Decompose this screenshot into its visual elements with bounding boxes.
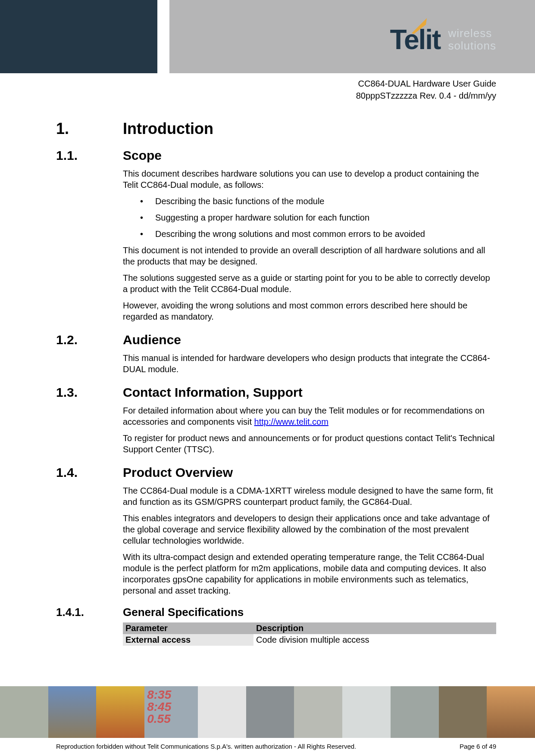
footer-thumb [48,686,97,738]
section-title: Contact Information, Support [123,385,303,400]
section-title: Audience [123,333,181,347]
para: However, avoiding the wrong solutions an… [123,300,496,322]
section-title: Introduction [123,120,213,138]
doc-title-block: CC864-DUAL Hardware User Guide 80pppSTzz… [0,73,535,102]
section-num: 1.1. [56,148,123,163]
para: This document describes hardware solutio… [123,168,496,190]
para: The CC864-Dual module is a CDMA-1XRTT wi… [123,485,496,507]
para: For detailed information about where you… [123,405,496,427]
table-header-row: Parameter Description [123,622,496,634]
th-description: Description [253,622,496,634]
section-title: Scope [123,148,162,163]
heading-1: 1. Introduction [56,120,496,138]
para: The solutions suggested serve as a guide… [123,272,496,295]
list-item: Describing the wrong solutions and most … [140,228,496,240]
section-num: 1.3. [56,385,123,400]
spec-body: Parameter Description External access Co… [123,622,496,646]
td-param: External access [123,634,253,646]
para: To register for product news and announc… [123,432,496,455]
page-number: Page 6 of 49 [460,743,496,750]
contact-body: For detailed information about where you… [123,405,496,455]
th-parameter: Parameter [123,622,253,634]
page-content: 1. Introduction 1.1. Scope This document… [0,102,535,646]
doc-rev: 80pppSTzzzzza Rev. 0.4 - dd/mm/yy [0,90,496,102]
footer-thumb [294,686,342,738]
para: This document is not intended to provide… [123,245,496,267]
svg-marker-0 [412,18,427,34]
section-title: Product Overview [123,465,233,480]
bullet-text: Suggesting a proper hardware solution fo… [155,212,369,223]
footer-thumb [246,686,294,738]
heading-1-3: 1.3. Contact Information, Support [56,385,496,400]
section-title: General Specifications [123,606,244,619]
logo-text: Telit [390,24,441,56]
table-row: External access Code division multiple a… [123,634,496,646]
banner-dark-block [0,0,157,73]
footer-thumb [198,686,246,738]
overview-body: The CC864-Dual module is a CDMA-1XRTT wi… [123,485,496,596]
bullet-text: Describing the basic functions of the mo… [155,196,324,207]
banner-light-block: Telit wireless solutions [157,0,535,73]
footer-image-strip: 8:35 8:45 0.55 [0,686,535,738]
footer-thumb [342,686,391,738]
footer-thumb-clock: 8:35 8:45 0.55 [144,686,198,738]
footer-thumb [391,686,439,738]
td-desc: Code division multiple access [253,634,496,646]
audience-body: This manual is intended for hardware dev… [123,352,496,375]
telit-link[interactable]: http://www.telit.com [254,417,329,426]
section-num: 1. [56,120,123,138]
list-item: Suggesting a proper hardware solution fo… [140,212,496,223]
top-banner: Telit wireless solutions [0,0,535,73]
para: This manual is intended for hardware dev… [123,352,496,375]
bullet-text: Describing the wrong solutions and most … [155,228,425,240]
footer-thumb [439,686,487,738]
section-num: 1.4. [56,465,123,480]
footer-thumb [487,686,535,738]
section-num: 1.4.1. [56,606,123,619]
spec-table: Parameter Description External access Co… [123,622,496,646]
footer-thumb [0,686,48,738]
list-item: Describing the basic functions of the mo… [140,196,496,207]
heading-1-4-1: 1.4.1. General Specifications [56,606,496,619]
logo-subtitle: wireless solutions [448,27,496,52]
footer-text-row: Reproduction forbidden without Telit Com… [0,743,535,750]
footer-thumb [96,686,144,738]
bullet-list: Describing the basic functions of the mo… [140,196,496,240]
copyright-text: Reproduction forbidden without Telit Com… [56,743,356,750]
heading-1-4: 1.4. Product Overview [56,465,496,480]
scope-body: This document describes hardware solutio… [123,168,496,322]
logo-sub-line1: wireless [448,27,496,40]
section-num: 1.2. [56,333,123,347]
heading-1-1: 1.1. Scope [56,148,496,163]
doc-title: CC864-DUAL Hardware User Guide [0,78,496,90]
logo-area: Telit wireless solutions [390,24,496,56]
heading-1-2: 1.2. Audience [56,333,496,347]
para: This enables integrators and developers … [123,513,496,546]
logo-sub-line2: solutions [448,40,496,52]
logo-accent-icon [410,16,429,35]
para: With its ultra-compact design and extend… [123,551,496,596]
